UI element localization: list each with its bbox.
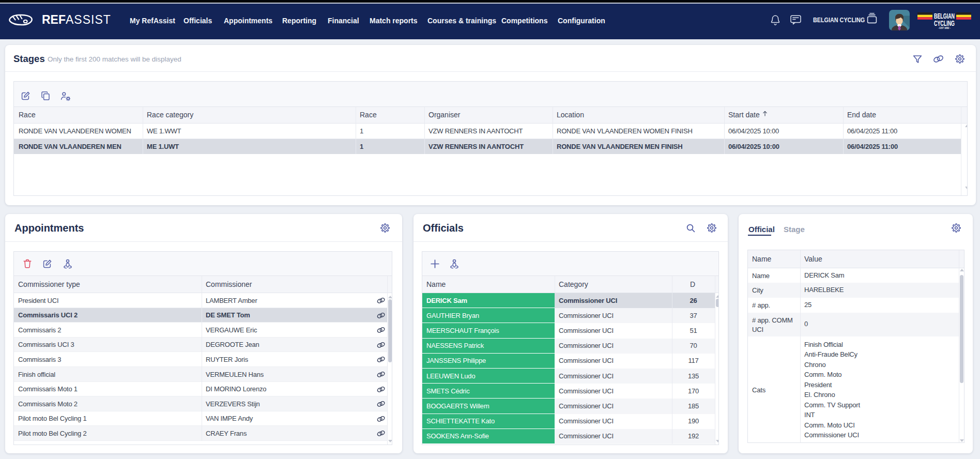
svg-text:CYCLING: CYCLING [934, 18, 955, 27]
svg-text:- EST 1882 -: - EST 1882 - [938, 27, 951, 29]
